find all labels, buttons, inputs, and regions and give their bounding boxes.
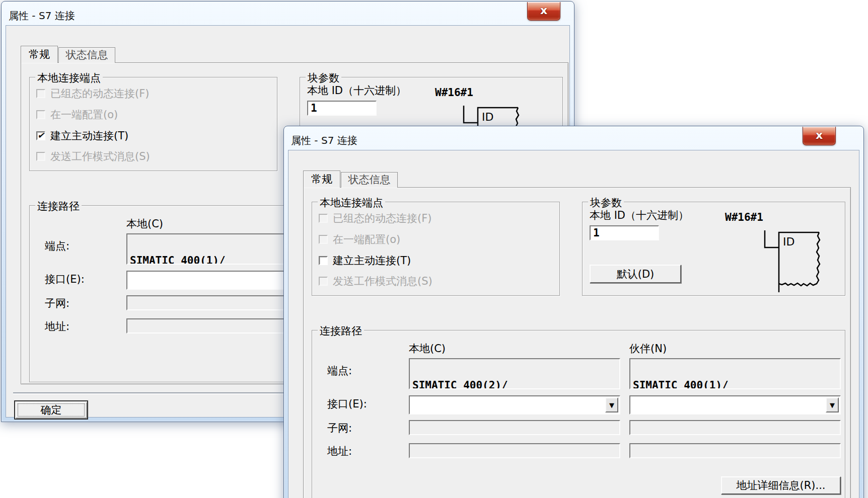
checkbox-row-active-connection[interactable]: ✔ 建立主动连接(T)	[36, 130, 128, 142]
checkbox-label: 建立主动连接(T)	[333, 254, 411, 268]
endpoint-label: 端点:	[45, 239, 69, 253]
group-local-endpoint: 本地连接端点 已组态的动态连接(F) 在一端配置(o) ✔ 建立主动连接(T) …	[29, 77, 277, 171]
id-block-diagram: ID	[760, 226, 825, 294]
address-label: 地址:	[327, 444, 352, 458]
local-column-header: 本地(C)	[126, 217, 163, 231]
titlebar[interactable]: 属性 - S7 连接 x	[284, 126, 863, 149]
checkbox-label: 发送工作模式消息(S)	[333, 274, 432, 288]
close-button[interactable]: x	[803, 127, 836, 145]
interface-local-combo[interactable]: CP 443-1, PN-IO-1(RO/S3) ▼	[409, 395, 620, 414]
checkbox-label: 已组态的动态连接(F)	[50, 87, 149, 101]
id-box-label: ID	[482, 111, 493, 123]
checkbox-row-active-connection[interactable]: ✔ 建立主动连接(T)	[319, 255, 411, 267]
address-partner-field: 192.168.0.1	[629, 443, 841, 458]
local-id-label: 本地 ID（十六进制）	[590, 208, 689, 222]
tab-general[interactable]: 常规	[303, 171, 340, 188]
dropdown-button[interactable]: ▼	[605, 397, 618, 412]
hex-word-value: W#16#1	[725, 211, 763, 223]
subnet-label: 子网:	[327, 421, 352, 435]
checkbox-icon	[319, 277, 328, 286]
tab-label: 状态信息	[348, 174, 391, 186]
close-button[interactable]: x	[527, 2, 560, 21]
group-title: 本地连接端点	[318, 196, 385, 210]
checkbox-icon[interactable]: ✔	[36, 131, 45, 140]
local-id-input[interactable]: 1	[307, 101, 377, 116]
checkbox-label: 发送工作模式消息(S)	[50, 149, 150, 163]
tab-status-info[interactable]: 状态信息	[58, 47, 115, 63]
check-icon: ✔	[37, 132, 44, 139]
checkbox-label: 在一端配置(o)	[333, 232, 400, 246]
checkbox-label: 在一端配置(o)	[50, 108, 118, 122]
checkbox-row-configured-dynamic: 已组态的动态连接(F)	[319, 212, 431, 224]
checkbox-row-operating-mode-msg: 发送工作模式消息(S)	[319, 275, 432, 287]
tab-label: 状态信息	[66, 49, 108, 61]
dialog-title: 属性 - S7 连接	[9, 9, 75, 23]
checkbox-row-configured-dynamic: 已组态的动态连接(F)	[36, 88, 149, 100]
checkbox-icon	[36, 89, 45, 98]
hex-word-value: W#16#1	[435, 87, 473, 99]
dialog-body: 常规 状态信息 本地连接端点 已组态的动态连接(F) 在一端配置(o) ✔ 建立…	[288, 150, 859, 498]
group-title: 连接路径	[318, 324, 364, 338]
interface-label: 接口(E):	[45, 272, 85, 286]
tab-label: 常规	[311, 173, 332, 185]
subnet-partner-field: Ethernet(1) [Industrial Ethernet]	[629, 420, 841, 435]
close-icon: x	[540, 4, 547, 17]
subnet-local-field: Ethernet(1) [Industrial Ethernet]	[409, 420, 620, 435]
default-button[interactable]: 默认(D)	[590, 265, 681, 283]
local-column-header: 本地(C)	[409, 342, 446, 356]
checkbox-icon	[36, 152, 45, 161]
dialog-title: 属性 - S7 连接	[291, 134, 357, 147]
partner-column-header: 伙伴(N)	[629, 342, 667, 356]
dropdown-arrow-icon: ▼	[830, 402, 835, 408]
checkbox-icon	[319, 214, 328, 223]
dialog-s7-connection-properties-front: 属性 - S7 连接 x 常规 状态信息 本地连接端点 已组态的动态连接(F) …	[283, 126, 864, 498]
group-connection-path: 连接路径 本地(C) 伙伴(N) 端点: SIMATIC 400(2)/ CPU…	[312, 330, 845, 498]
group-block-parameters: 块参数 本地 ID（十六进制） W#16#1 1 默认(D) ID	[582, 202, 845, 296]
checkbox-label: 建立主动连接(T)	[50, 129, 128, 143]
focus-rect	[18, 403, 85, 417]
group-title: 块参数	[588, 196, 624, 210]
interface-label: 接口(E):	[327, 397, 367, 411]
checkbox-icon	[319, 235, 328, 244]
group-title: 本地连接端点	[35, 71, 103, 85]
dropdown-arrow-icon: ▼	[609, 402, 614, 408]
endpoint-label: 端点:	[327, 364, 352, 378]
local-id-label: 本地 ID（十六进制）	[307, 84, 406, 98]
dropdown-button[interactable]: ▼	[826, 397, 839, 412]
address-details-button[interactable]: 地址详细信息(R)...	[721, 476, 841, 494]
local-id-input[interactable]: 1	[590, 225, 659, 240]
tab-label: 常规	[29, 48, 50, 60]
checkbox-row-one-way: 在一端配置(o)	[36, 109, 118, 121]
close-icon: x	[816, 129, 823, 141]
id-box-label: ID	[783, 235, 794, 248]
tab-status-info[interactable]: 状态信息	[341, 172, 398, 188]
address-label: 地址:	[45, 319, 69, 334]
checkbox-label: 已组态的动态连接(F)	[333, 211, 431, 225]
group-title: 连接路径	[35, 199, 82, 213]
interface-partner-combo[interactable]: CPU 414-3 PN/DP, PN-IO(RO/S2) ▼	[629, 395, 841, 414]
checkbox-row-operating-mode-msg: 发送工作模式消息(S)	[36, 150, 150, 162]
checkbox-icon[interactable]: ✔	[319, 256, 328, 265]
titlebar[interactable]: 属性 - S7 连接 x	[2, 2, 574, 25]
endpoint-local-field: SIMATIC 400(2)/ CPU 412-2 DP	[409, 358, 620, 389]
tab-general[interactable]: 常规	[21, 46, 58, 63]
checkbox-row-one-way: 在一端配置(o)	[319, 233, 400, 245]
group-local-endpoint: 本地连接端点 已组态的动态连接(F) 在一端配置(o) ✔ 建立主动连接(T) …	[312, 202, 560, 296]
ok-button[interactable]: 确定	[14, 400, 88, 420]
group-title: 块参数	[306, 71, 341, 85]
endpoint-partner-field: SIMATIC 400(1)/ CPU 414-3 PN/DP	[629, 358, 841, 389]
subnet-label: 子网:	[45, 296, 69, 310]
checkbox-icon	[36, 110, 45, 119]
address-local-field: 192.168.0.2	[409, 443, 620, 458]
